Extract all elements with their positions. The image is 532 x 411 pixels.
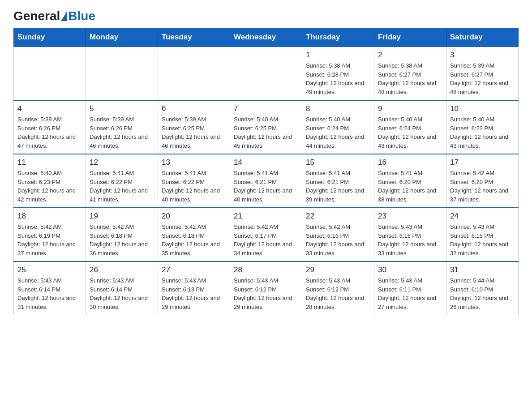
day-info: Sunrise: 5:43 AM Sunset: 6:12 PM Dayligh… xyxy=(306,276,370,311)
day-info: Sunrise: 5:41 AM Sunset: 6:21 PM Dayligh… xyxy=(234,169,298,204)
day-number: 7 xyxy=(234,104,298,113)
day-number: 11 xyxy=(17,158,82,167)
day-info: Sunrise: 5:40 AM Sunset: 6:24 PM Dayligh… xyxy=(306,115,370,150)
day-info: Sunrise: 5:42 AM Sunset: 6:18 PM Dayligh… xyxy=(162,223,226,257)
day-info: Sunrise: 5:43 AM Sunset: 6:13 PM Dayligh… xyxy=(162,276,226,311)
day-number: 8 xyxy=(306,104,370,113)
day-number: 13 xyxy=(162,158,226,167)
calendar-cell: 3Sunrise: 5:39 AM Sunset: 6:27 PM Daylig… xyxy=(446,47,519,100)
calendar-cell: 24Sunrise: 5:43 AM Sunset: 6:15 PM Dayli… xyxy=(446,208,519,261)
calendar-cell: 28Sunrise: 5:43 AM Sunset: 6:12 PM Dayli… xyxy=(230,261,302,315)
day-number: 19 xyxy=(90,212,154,221)
day-info: Sunrise: 5:40 AM Sunset: 6:25 PM Dayligh… xyxy=(234,115,298,150)
day-info: Sunrise: 5:43 AM Sunset: 6:11 PM Dayligh… xyxy=(378,276,442,311)
day-number: 20 xyxy=(162,212,226,221)
day-info: Sunrise: 5:40 AM Sunset: 6:23 PM Dayligh… xyxy=(17,169,82,204)
calendar-week-row: 1Sunrise: 5:38 AM Sunset: 6:28 PM Daylig… xyxy=(14,47,519,100)
calendar-header-wednesday: Wednesday xyxy=(230,28,302,47)
logo: General Blue xyxy=(13,9,95,23)
calendar-header-sunday: Sunday xyxy=(14,28,86,47)
day-number: 6 xyxy=(162,104,226,113)
day-number: 21 xyxy=(234,212,298,221)
day-number: 17 xyxy=(450,158,515,167)
day-info: Sunrise: 5:38 AM Sunset: 6:27 PM Dayligh… xyxy=(378,61,442,96)
calendar-cell: 14Sunrise: 5:41 AM Sunset: 6:21 PM Dayli… xyxy=(230,154,302,208)
day-info: Sunrise: 5:41 AM Sunset: 6:22 PM Dayligh… xyxy=(90,169,154,204)
calendar-cell: 22Sunrise: 5:42 AM Sunset: 6:16 PM Dayli… xyxy=(302,208,374,261)
day-info: Sunrise: 5:43 AM Sunset: 6:15 PM Dayligh… xyxy=(450,223,515,257)
calendar-week-row: 4Sunrise: 5:39 AM Sunset: 6:26 PM Daylig… xyxy=(14,100,519,154)
calendar-table: SundayMondayTuesdayWednesdayThursdayFrid… xyxy=(13,28,519,315)
day-number: 14 xyxy=(234,158,298,167)
calendar-week-row: 25Sunrise: 5:43 AM Sunset: 6:14 PM Dayli… xyxy=(14,261,519,315)
day-number: 5 xyxy=(90,104,154,113)
calendar-cell: 31Sunrise: 5:44 AM Sunset: 6:10 PM Dayli… xyxy=(446,261,519,315)
day-number: 15 xyxy=(306,158,370,167)
day-number: 18 xyxy=(17,212,82,221)
day-number: 3 xyxy=(450,51,515,60)
calendar-cell: 11Sunrise: 5:40 AM Sunset: 6:23 PM Dayli… xyxy=(14,154,86,208)
day-number: 10 xyxy=(450,104,515,113)
day-info: Sunrise: 5:39 AM Sunset: 6:27 PM Dayligh… xyxy=(450,61,515,96)
calendar-cell: 27Sunrise: 5:43 AM Sunset: 6:13 PM Dayli… xyxy=(158,261,230,315)
day-info: Sunrise: 5:43 AM Sunset: 6:16 PM Dayligh… xyxy=(378,223,442,257)
day-number: 30 xyxy=(378,265,442,274)
calendar-cell: 13Sunrise: 5:41 AM Sunset: 6:22 PM Dayli… xyxy=(158,154,230,208)
calendar-cell: 17Sunrise: 5:42 AM Sunset: 6:20 PM Dayli… xyxy=(446,154,519,208)
day-number: 31 xyxy=(450,265,515,274)
calendar-cell: 4Sunrise: 5:39 AM Sunset: 6:26 PM Daylig… xyxy=(14,100,86,154)
calendar-cell: 19Sunrise: 5:42 AM Sunset: 6:18 PM Dayli… xyxy=(86,208,158,261)
calendar-cell: 1Sunrise: 5:38 AM Sunset: 6:28 PM Daylig… xyxy=(302,47,374,100)
day-number: 9 xyxy=(378,104,442,113)
calendar-cell: 12Sunrise: 5:41 AM Sunset: 6:22 PM Dayli… xyxy=(86,154,158,208)
day-number: 2 xyxy=(378,51,442,60)
calendar-header-saturday: Saturday xyxy=(446,28,519,47)
calendar-cell: 26Sunrise: 5:43 AM Sunset: 6:14 PM Dayli… xyxy=(86,261,158,315)
calendar-header-tuesday: Tuesday xyxy=(158,28,230,47)
calendar-cell: 16Sunrise: 5:41 AM Sunset: 6:20 PM Dayli… xyxy=(374,154,446,208)
calendar-week-row: 11Sunrise: 5:40 AM Sunset: 6:23 PM Dayli… xyxy=(14,154,519,208)
calendar-header-monday: Monday xyxy=(86,28,158,47)
day-info: Sunrise: 5:39 AM Sunset: 6:26 PM Dayligh… xyxy=(90,115,154,150)
day-number: 27 xyxy=(162,265,226,274)
calendar-cell: 15Sunrise: 5:41 AM Sunset: 6:21 PM Dayli… xyxy=(302,154,374,208)
day-info: Sunrise: 5:41 AM Sunset: 6:20 PM Dayligh… xyxy=(378,169,442,204)
calendar-header-thursday: Thursday xyxy=(302,28,374,47)
day-number: 26 xyxy=(90,265,154,274)
calendar-cell xyxy=(230,47,302,100)
day-number: 16 xyxy=(378,158,442,167)
day-info: Sunrise: 5:40 AM Sunset: 6:23 PM Dayligh… xyxy=(450,115,515,150)
day-number: 28 xyxy=(234,265,298,274)
day-info: Sunrise: 5:41 AM Sunset: 6:22 PM Dayligh… xyxy=(162,169,226,204)
calendar-cell: 2Sunrise: 5:38 AM Sunset: 6:27 PM Daylig… xyxy=(374,47,446,100)
day-info: Sunrise: 5:38 AM Sunset: 6:28 PM Dayligh… xyxy=(306,61,370,96)
calendar-cell: 5Sunrise: 5:39 AM Sunset: 6:26 PM Daylig… xyxy=(86,100,158,154)
day-info: Sunrise: 5:42 AM Sunset: 6:20 PM Dayligh… xyxy=(450,169,515,204)
day-info: Sunrise: 5:40 AM Sunset: 6:24 PM Dayligh… xyxy=(378,115,442,150)
calendar-cell: 25Sunrise: 5:43 AM Sunset: 6:14 PM Dayli… xyxy=(14,261,86,315)
logo-triangle-icon xyxy=(61,11,67,21)
day-number: 4 xyxy=(17,104,82,113)
logo-blue-text: Blue xyxy=(68,9,95,23)
logo-general-text: General xyxy=(13,9,60,23)
calendar-cell: 29Sunrise: 5:43 AM Sunset: 6:12 PM Dayli… xyxy=(302,261,374,315)
calendar-cell: 10Sunrise: 5:40 AM Sunset: 6:23 PM Dayli… xyxy=(446,100,519,154)
calendar-cell: 18Sunrise: 5:42 AM Sunset: 6:19 PM Dayli… xyxy=(14,208,86,261)
calendar-week-row: 18Sunrise: 5:42 AM Sunset: 6:19 PM Dayli… xyxy=(14,208,519,261)
day-number: 23 xyxy=(378,212,442,221)
page-header: General Blue xyxy=(13,9,519,23)
day-number: 22 xyxy=(306,212,370,221)
day-info: Sunrise: 5:39 AM Sunset: 6:25 PM Dayligh… xyxy=(162,115,226,150)
calendar-cell: 8Sunrise: 5:40 AM Sunset: 6:24 PM Daylig… xyxy=(302,100,374,154)
day-info: Sunrise: 5:42 AM Sunset: 6:17 PM Dayligh… xyxy=(234,223,298,257)
day-info: Sunrise: 5:41 AM Sunset: 6:21 PM Dayligh… xyxy=(306,169,370,204)
day-number: 29 xyxy=(306,265,370,274)
day-number: 24 xyxy=(450,212,515,221)
day-info: Sunrise: 5:43 AM Sunset: 6:14 PM Dayligh… xyxy=(90,276,154,311)
calendar-cell xyxy=(158,47,230,100)
calendar-header-friday: Friday xyxy=(374,28,446,47)
logo-area: General Blue xyxy=(13,9,95,23)
day-number: 25 xyxy=(17,265,82,274)
day-info: Sunrise: 5:43 AM Sunset: 6:14 PM Dayligh… xyxy=(17,276,82,311)
calendar-header-row: SundayMondayTuesdayWednesdayThursdayFrid… xyxy=(14,28,519,47)
